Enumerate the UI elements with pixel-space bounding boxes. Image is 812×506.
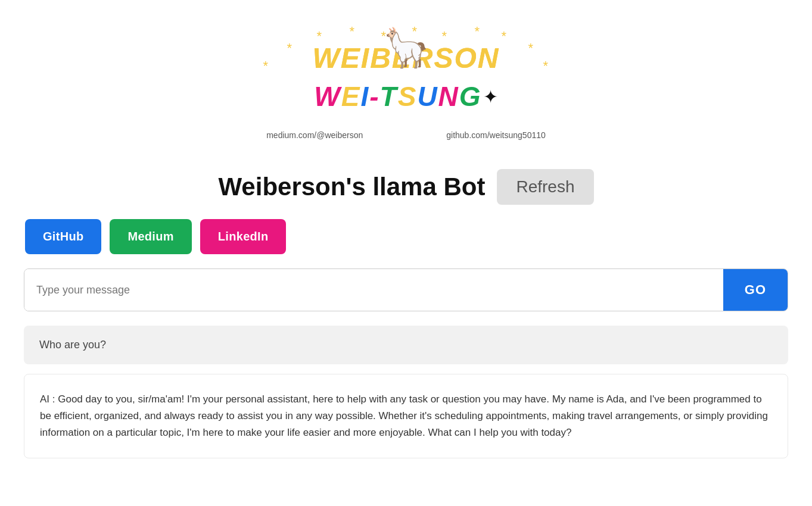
social-buttons: GitHub Medium LinkedIn	[24, 219, 788, 254]
medium-button[interactable]: Medium	[110, 219, 191, 254]
letter-n: N	[438, 80, 458, 113]
header-links: medium.com/@weiberson github.com/weitsun…	[239, 130, 573, 140]
ai-message: AI : Good day to you, sir/ma'am! I'm you…	[24, 374, 788, 458]
letter-hyphen: -	[369, 80, 378, 113]
diamond-icon: ✦	[483, 86, 498, 107]
letter-e: E	[341, 80, 360, 113]
letter-t: T	[380, 80, 397, 113]
letter-u: U	[417, 80, 437, 113]
linkedin-button[interactable]: LinkedIn	[200, 219, 287, 254]
deco-asterisk: *	[317, 30, 322, 43]
header-section: * * * * * * * * * * * WEIBERSON 🦙 W E I …	[24, 12, 788, 151]
deco-asterisk: *	[442, 30, 447, 43]
letter-w: W	[314, 80, 340, 113]
message-input-row: GO	[24, 268, 788, 311]
refresh-button[interactable]: Refresh	[497, 169, 593, 205]
ai-message-text: AI : Good day to you, sir/ma'am! I'm you…	[40, 393, 768, 438]
github-link[interactable]: github.com/weitsung50110	[446, 130, 546, 140]
letter-i: I	[360, 80, 368, 113]
github-button[interactable]: GitHub	[25, 219, 101, 254]
deco-asterisk: *	[475, 25, 480, 38]
deco-asterisk: *	[528, 42, 534, 55]
page-container: * * * * * * * * * * * WEIBERSON 🦙 W E I …	[0, 0, 812, 480]
letter-g: G	[459, 80, 481, 113]
user-message-text: Who are you?	[39, 339, 106, 351]
page-title: Weiberson's llama Bot	[218, 173, 485, 201]
deco-asterisk: *	[502, 30, 507, 43]
message-input[interactable]	[24, 269, 723, 311]
deco-asterisk: *	[287, 42, 293, 55]
deco-asterisk: *	[543, 60, 549, 73]
banner-art: * * * * * * * * * * * WEIBERSON 🦙 W E I …	[239, 24, 573, 143]
title-row: Weiberson's llama Bot Refresh	[24, 169, 788, 205]
weitsung-title: W E I - T S U N G ✦	[314, 80, 497, 113]
deco-asterisk: *	[263, 60, 269, 73]
user-message: Who are you?	[24, 326, 788, 364]
llama-mascot: 🦙	[382, 29, 430, 67]
go-button[interactable]: GO	[723, 269, 788, 311]
medium-link[interactable]: medium.com/@weiberson	[266, 130, 363, 140]
letter-s: S	[398, 80, 416, 113]
deco-asterisk: *	[350, 25, 355, 38]
